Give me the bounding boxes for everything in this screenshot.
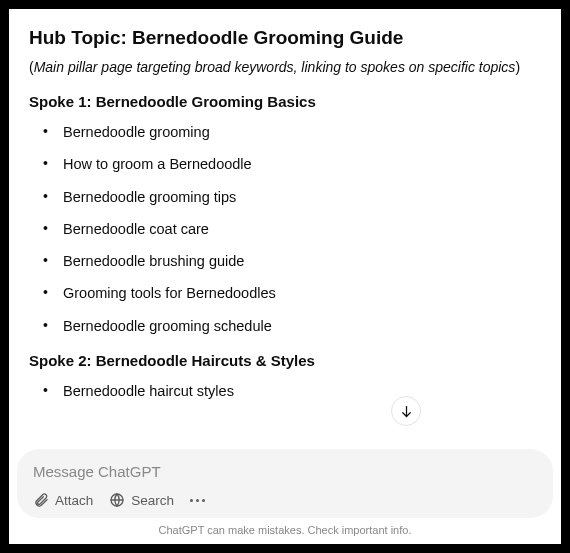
list-item: Bernedoodle haircut styles bbox=[29, 381, 541, 401]
list-item: How to groom a Bernedoodle bbox=[29, 154, 541, 174]
more-button[interactable] bbox=[190, 499, 205, 502]
scroll-down-button[interactable] bbox=[391, 396, 421, 426]
spoke-list: Bernedoodle grooming How to groom a Bern… bbox=[29, 122, 541, 336]
search-label: Search bbox=[131, 493, 174, 508]
arrow-down-icon bbox=[399, 404, 414, 419]
hub-subtitle: (Main pillar page targeting broad keywor… bbox=[29, 59, 541, 75]
spoke-heading: Spoke 1: Bernedoodle Grooming Basics bbox=[29, 93, 541, 110]
paperclip-icon bbox=[33, 492, 49, 508]
attach-button[interactable]: Attach bbox=[33, 492, 93, 508]
hub-title: Hub Topic: Bernedoodle Grooming Guide bbox=[29, 27, 541, 49]
spoke-section-2: Spoke 2: Bernedoodle Haircuts & Styles B… bbox=[29, 352, 541, 401]
chat-app: Hub Topic: Bernedoodle Grooming Guide (M… bbox=[9, 9, 561, 544]
globe-icon bbox=[109, 492, 125, 508]
message-input[interactable] bbox=[33, 463, 537, 480]
composer-wrap: Attach Search ChatGPT bbox=[9, 449, 561, 544]
chat-content: Hub Topic: Bernedoodle Grooming Guide (M… bbox=[9, 9, 561, 449]
spoke-heading: Spoke 2: Bernedoodle Haircuts & Styles bbox=[29, 352, 541, 369]
spoke-list: Bernedoodle haircut styles bbox=[29, 381, 541, 401]
composer: Attach Search bbox=[17, 449, 553, 518]
list-item: Bernedoodle grooming bbox=[29, 122, 541, 142]
list-item: Grooming tools for Bernedoodles bbox=[29, 283, 541, 303]
list-item: Bernedoodle grooming tips bbox=[29, 187, 541, 207]
search-button[interactable]: Search bbox=[109, 492, 174, 508]
list-item: Bernedoodle coat care bbox=[29, 219, 541, 239]
disclaimer-text: ChatGPT can make mistakes. Check importa… bbox=[17, 518, 553, 540]
composer-actions: Attach Search bbox=[33, 492, 537, 508]
spoke-section-1: Spoke 1: Bernedoodle Grooming Basics Ber… bbox=[29, 93, 541, 336]
list-item: Bernedoodle grooming schedule bbox=[29, 316, 541, 336]
more-dots-icon bbox=[190, 499, 193, 502]
attach-label: Attach bbox=[55, 493, 93, 508]
list-item: Bernedoodle brushing guide bbox=[29, 251, 541, 271]
